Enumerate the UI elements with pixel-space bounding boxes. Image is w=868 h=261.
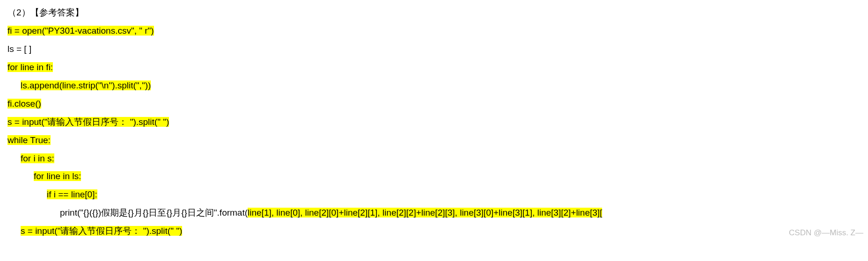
code-line: fi = open("PY301-vacations.csv", " r") xyxy=(7,22,861,40)
code-line: while True: xyxy=(7,131,861,150)
code-line: for i in s: xyxy=(7,150,861,168)
watermark: CSDN @—Miss. Z— xyxy=(789,225,863,241)
code-block: （2）【参考答案】 fi = open("PY301-vacations.csv… xyxy=(7,4,861,240)
code-line: if i == line[0]: xyxy=(7,186,861,204)
code-line: for line in fi: xyxy=(7,58,861,77)
code-line: print("{}({})假期是{}月{}日至{}月{}日之间".format(… xyxy=(7,204,861,222)
code-line: ls = [ ] xyxy=(7,40,861,58)
code-line: s = input("请输入节假日序号： ").split(" ") xyxy=(7,222,861,240)
code-line: for line in ls: xyxy=(7,167,861,186)
code-line: s = input("请输入节假日序号： ").split(" ") xyxy=(7,113,861,131)
code-line: ls.append(line.strip("\n").split(",")) xyxy=(7,77,861,95)
header-line: （2）【参考答案】 xyxy=(7,4,861,22)
code-line: fi.close() xyxy=(7,95,861,113)
